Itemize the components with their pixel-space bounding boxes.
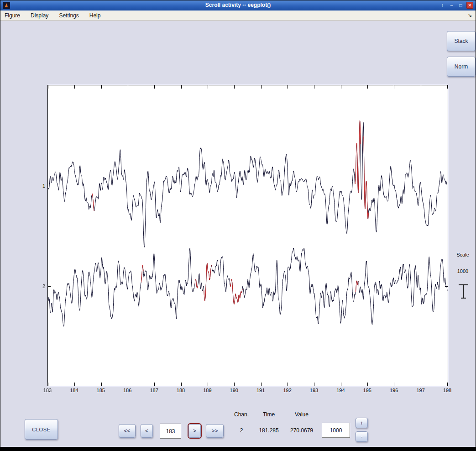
close-window-icon[interactable]: ✕ xyxy=(466,2,473,9)
x-tick-label: 197 xyxy=(414,388,428,393)
scale-indicator-cap xyxy=(461,298,466,299)
maximize-icon[interactable]: □ xyxy=(457,2,464,9)
fast-forward-button[interactable]: >> xyxy=(206,424,224,438)
x-tick-label: 186 xyxy=(120,388,134,393)
dock-figure-icon[interactable]: ↘ xyxy=(468,12,472,18)
x-tick-label: 184 xyxy=(67,388,81,393)
time-input[interactable] xyxy=(160,424,181,439)
channel-label-2: 2 xyxy=(36,283,45,290)
close-button[interactable]: CLOSE xyxy=(25,419,58,440)
norm-button[interactable]: Norm xyxy=(447,57,476,77)
x-tick-label: 187 xyxy=(147,388,161,393)
x-tick-label: 198 xyxy=(440,388,454,393)
menu-item-display[interactable]: Display xyxy=(26,11,52,20)
plot-area[interactable] xyxy=(47,85,448,386)
x-tick-label: 195 xyxy=(361,388,374,393)
menu-items: FigureDisplaySettingsHelp xyxy=(0,11,107,20)
channel-label-1: 1 xyxy=(36,182,45,189)
window-title: Scroll activity -- eegplot() xyxy=(0,2,476,8)
scale-input[interactable] xyxy=(322,423,350,438)
scale-label: Scale xyxy=(454,252,472,257)
x-tick-label: 191 xyxy=(254,388,267,393)
x-tick-label: 192 xyxy=(281,388,294,393)
forward-button[interactable]: > xyxy=(188,424,201,438)
scale-indicator-line xyxy=(463,285,464,298)
time-label: Time xyxy=(253,411,285,418)
menu-bar: FigureDisplaySettingsHelp ↘ xyxy=(0,10,476,21)
x-tick-label: 190 xyxy=(227,388,241,393)
stack-button[interactable]: Stack xyxy=(447,31,476,51)
x-tick-label: 189 xyxy=(200,388,214,393)
app-window: Scroll activity -- eegplot() ↑ – □ ✕ Fig… xyxy=(0,0,476,447)
x-tick-label: 196 xyxy=(387,388,401,393)
x-tick-label: 193 xyxy=(307,388,321,393)
x-tick-label: 194 xyxy=(334,388,347,393)
title-bar[interactable]: Scroll activity -- eegplot() ↑ – □ ✕ xyxy=(0,0,476,10)
value-label: Value xyxy=(286,411,318,418)
scale-down-button[interactable]: - xyxy=(356,431,368,442)
x-tick-label: 185 xyxy=(94,388,108,393)
x-tick-label: 188 xyxy=(174,388,188,393)
x-tick-label: 183 xyxy=(41,388,54,393)
value-value: 270.0679 xyxy=(286,427,318,434)
eeg-canvas[interactable] xyxy=(48,85,448,386)
menu-item-figure[interactable]: Figure xyxy=(0,11,24,20)
time-value: 181.285 xyxy=(253,427,285,434)
minimize-icon[interactable]: – xyxy=(448,2,455,9)
fast-back-button[interactable]: << xyxy=(119,424,136,438)
scale-up-button[interactable]: + xyxy=(356,418,368,428)
menu-item-help[interactable]: Help xyxy=(85,11,105,20)
window-controls: ↑ – □ ✕ xyxy=(439,2,473,9)
back-button[interactable]: < xyxy=(141,424,153,438)
menu-item-settings[interactable]: Settings xyxy=(55,11,83,20)
shade-icon[interactable]: ↑ xyxy=(439,2,446,9)
scale-value: 1000 xyxy=(454,268,472,274)
